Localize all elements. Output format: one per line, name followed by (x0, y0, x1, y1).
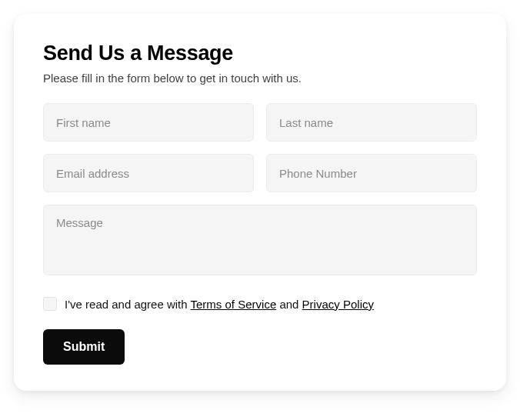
terms-link[interactable]: Terms of Service (191, 298, 277, 311)
agreement-checkbox[interactable] (43, 297, 57, 311)
email-field[interactable] (43, 154, 254, 192)
form-subtitle: Please fill in the form below to get in … (43, 72, 477, 85)
phone-field[interactable] (266, 154, 477, 192)
contact-row (43, 154, 477, 192)
message-field[interactable] (43, 205, 477, 275)
agreement-row: I've read and agree with Terms of Servic… (43, 297, 477, 311)
privacy-link[interactable]: Privacy Policy (302, 298, 374, 311)
form-title: Send Us a Message (43, 42, 477, 65)
first-name-field[interactable] (43, 103, 254, 142)
last-name-field[interactable] (266, 103, 477, 142)
submit-button[interactable]: Submit (43, 329, 125, 365)
contact-form-card: Send Us a Message Please fill in the for… (14, 14, 506, 391)
name-row (43, 103, 477, 142)
agreement-text: I've read and agree with Terms of Servic… (65, 298, 374, 311)
